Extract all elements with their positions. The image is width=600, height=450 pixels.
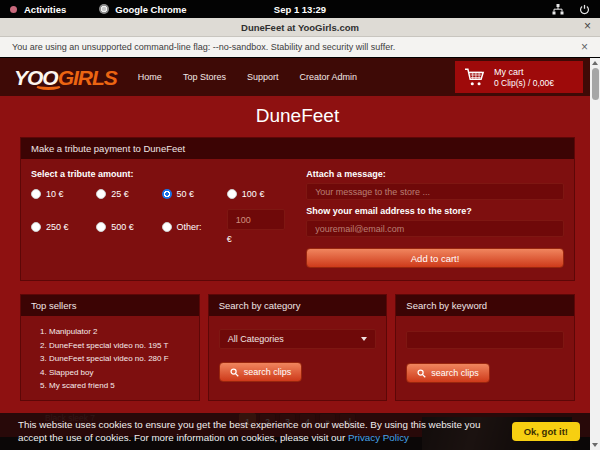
- infobar-message: You are using an unsupported command-lin…: [12, 42, 395, 52]
- radio-icon[interactable]: [227, 189, 237, 199]
- amount-label: Select a tribute amount:: [31, 169, 292, 179]
- search-category-panel: Search by category All Categories: [208, 294, 388, 401]
- activities-button[interactable]: Activities: [24, 4, 66, 15]
- radio-option-500[interactable]: 500 €: [96, 209, 161, 244]
- window-title: DuneFeet at YooGirls.com: [241, 22, 359, 33]
- network-icon[interactable]: [552, 4, 564, 15]
- nav-item-support[interactable]: Support: [247, 72, 279, 82]
- search-clips-category-button[interactable]: search clips: [219, 362, 303, 382]
- browser-viewport: YOOGIRLS Home Top Stores Support Creator…: [0, 58, 600, 450]
- my-cart-button[interactable]: My cart 0 Clip(s) / 0,00€: [455, 61, 583, 93]
- gnome-top-bar: Activities Google Chrome Sep 1 13:29: [0, 0, 600, 18]
- scrollbar-thumb[interactable]: [592, 68, 599, 100]
- logo-swoosh: [35, 81, 62, 90]
- search-keyword-header: Search by keyword: [396, 295, 574, 316]
- top-sellers-header: Top sellers: [21, 295, 199, 316]
- top-sellers-panel: Top sellers Manipulator 2 DuneFeet speci…: [20, 294, 200, 401]
- radio-option-50-selected[interactable]: 50 €: [162, 189, 227, 199]
- radio-label: 50 €: [177, 189, 195, 199]
- window-titlebar: DuneFeet at YooGirls.com ×: [0, 18, 600, 37]
- clock[interactable]: Sep 1 13:29: [274, 4, 326, 15]
- radio-icon[interactable]: [96, 222, 106, 232]
- search-category-header: Search by category: [209, 295, 387, 316]
- nav-item-home[interactable]: Home: [138, 72, 162, 82]
- scrollbar-up-arrow-icon[interactable]: [592, 61, 598, 65]
- page-title: DuneFeet: [20, 105, 575, 127]
- search-clips-label: search clips: [244, 367, 292, 377]
- nav-item-top-stores[interactable]: Top Stores: [183, 72, 226, 82]
- radio-label: 250 €: [46, 222, 69, 232]
- other-amount-cell: €: [227, 209, 292, 244]
- nav-item-creator-admin[interactable]: Creator Admin: [299, 72, 357, 82]
- cart-title: My cart: [494, 67, 554, 77]
- chrome-infobar: You are using an unsupported command-lin…: [0, 37, 600, 57]
- recording-dot-icon: [10, 6, 17, 13]
- cookie-accept-button[interactable]: Ok, got it!: [512, 422, 580, 441]
- radio-icon[interactable]: [162, 222, 172, 232]
- radio-label: 500 €: [111, 222, 134, 232]
- power-icon[interactable]: [579, 4, 590, 15]
- radio-label: Other:: [177, 222, 202, 232]
- cart-summary: 0 Clip(s) / 0,00€: [494, 78, 554, 88]
- top-seller-item[interactable]: DuneFeet special video no. 280 F: [49, 352, 189, 366]
- email-label: Show your email address to the store?: [306, 206, 564, 216]
- top-seller-item[interactable]: Slapped boy: [49, 366, 189, 380]
- logo-text-girls: GIRLS: [58, 66, 117, 89]
- radio-option-100[interactable]: 100 €: [227, 189, 292, 199]
- window-close-button[interactable]: ×: [584, 19, 591, 33]
- keyword-input[interactable]: [406, 331, 564, 349]
- chrome-taskbar-item[interactable]: Google Chrome: [99, 4, 186, 15]
- euro-symbol: €: [227, 234, 232, 244]
- cookie-message: This website uses cookies to ensure you …: [18, 419, 502, 445]
- radio-option-10[interactable]: 10 €: [31, 189, 96, 199]
- scrollbar[interactable]: [590, 58, 600, 450]
- radio-icon[interactable]: [31, 222, 41, 232]
- site-logo[interactable]: YOOGIRLS: [14, 67, 125, 88]
- search-clips-label: search clips: [431, 368, 479, 378]
- category-select-value: All Categories: [228, 334, 284, 344]
- infobar-close-icon[interactable]: ×: [581, 40, 588, 54]
- top-sellers-list: Manipulator 2 DuneFeet special video no.…: [31, 325, 189, 393]
- top-seller-item[interactable]: DuneFeet special video no. 195 T: [49, 339, 189, 353]
- screen: Activities Google Chrome Sep 1 13:29: [0, 0, 600, 450]
- tribute-panel-header: Make a tribute payment to DuneFeet: [21, 138, 574, 159]
- amount-radio-group: 10 € 25 € 50 €: [31, 189, 292, 244]
- main-nav: Home Top Stores Support Creator Admin: [138, 72, 357, 82]
- category-select[interactable]: All Categories: [219, 329, 377, 349]
- radio-label: 25 €: [111, 189, 129, 199]
- store-page: DuneFeet Make a tribute payment to DuneF…: [0, 96, 600, 437]
- site-header: YOOGIRLS Home Top Stores Support Creator…: [0, 58, 600, 96]
- other-amount-input[interactable]: [227, 209, 285, 230]
- radio-icon[interactable]: [96, 189, 106, 199]
- search-keyword-panel: Search by keyword search clips: [395, 294, 575, 401]
- radio-option-25[interactable]: 25 €: [96, 189, 161, 199]
- cart-icon: [464, 67, 486, 87]
- cookie-consent-bar: This website uses cookies to ensure you …: [0, 413, 590, 450]
- search-clips-keyword-button[interactable]: search clips: [406, 363, 490, 383]
- radio-label: 10 €: [46, 189, 64, 199]
- top-seller-item[interactable]: Manipulator 2: [49, 325, 189, 339]
- tribute-panel: Make a tribute payment to DuneFeet Selec…: [20, 137, 575, 281]
- email-input[interactable]: [306, 220, 564, 237]
- chrome-icon: [99, 4, 109, 14]
- add-to-cart-button[interactable]: Add to cart!: [306, 248, 564, 268]
- radio-icon-selected[interactable]: [162, 189, 172, 199]
- scrollbar-down-arrow-icon[interactable]: [592, 443, 598, 447]
- chrome-taskbar-label: Google Chrome: [115, 4, 186, 15]
- privacy-policy-link[interactable]: Privacy Policy: [348, 432, 409, 443]
- message-input[interactable]: [306, 183, 564, 200]
- radio-icon[interactable]: [31, 189, 41, 199]
- message-label: Attach a message:: [306, 169, 564, 179]
- radio-option-250[interactable]: 250 €: [31, 209, 96, 244]
- radio-label: 100 €: [242, 189, 265, 199]
- radio-option-other[interactable]: Other:: [162, 209, 227, 244]
- search-icon: [417, 369, 426, 378]
- chevron-down-icon: [361, 337, 367, 341]
- search-icon: [230, 368, 239, 377]
- top-seller-item[interactable]: My scared friend 5: [49, 379, 189, 393]
- cookie-message-text: This website uses cookies to ensure you …: [18, 419, 480, 443]
